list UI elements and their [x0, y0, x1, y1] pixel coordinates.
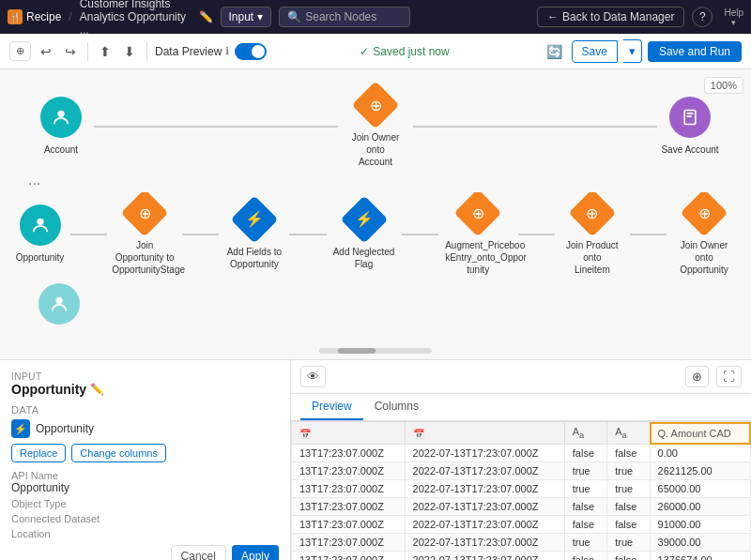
cell: 2022-07-13T17:23:07.000Z	[405, 462, 564, 480]
connected-dataset-label: Connected Dataset	[11, 513, 279, 524]
panel-subtitle: INPUT	[11, 371, 279, 382]
back-icon: ←	[547, 10, 559, 23]
tab-row: Preview Columns	[291, 394, 751, 421]
conn1	[70, 234, 107, 235]
zoom-in-button[interactable]: ⊕	[685, 366, 709, 387]
cell: 2022-07-13T17:23:07.000Z	[405, 498, 564, 516]
recipe-text: Recipe	[26, 10, 61, 23]
canvas-scrollbar[interactable]	[319, 348, 432, 354]
node-join-owner-opp[interactable]: ⊕ Join Owner ontoOpportunity	[667, 192, 742, 276]
node-augment-pricebook[interactable]: ⊕ Augment_PricebookEntry_onto_Opportunit…	[438, 192, 518, 276]
recipe-icon: 🍴	[8, 9, 23, 24]
tab-preview[interactable]: Preview	[300, 394, 363, 420]
cell: true	[564, 480, 606, 498]
node-add-fields[interactable]: ⚡ Add Fields toOpportunity	[219, 199, 289, 270]
import-button[interactable]: ⬆	[96, 42, 115, 61]
cell: 2022-07-13T17:23:07.000Z	[405, 445, 564, 462]
bottom-actions: Cancel Apply	[11, 539, 279, 560]
node-opportunity[interactable]: Opportunity	[9, 204, 70, 264]
mode-dropdown[interactable]: Input ▾	[221, 7, 272, 27]
object-type-label: Object Type	[11, 498, 279, 509]
cell-amount: 39000.00	[650, 534, 750, 552]
refresh-button[interactable]: 🔄	[543, 42, 566, 61]
col-header-text1: Aa	[564, 422, 606, 445]
cell: 13T17:23:07.000Z	[292, 516, 406, 534]
search-icon: 🔍	[287, 10, 301, 23]
partial-node-icon	[38, 283, 80, 325]
scrollbar-thumb	[338, 348, 376, 354]
toolbar: ⊕ ↩ ↪ ⬆ ⬇ Data Preview ℹ ✓ Saved just no…	[0, 34, 751, 69]
node-add-neglected-flag[interactable]: ⚡ Add Neglected Flag	[327, 199, 402, 270]
change-columns-button[interactable]: Change columns	[71, 444, 166, 462]
redo-button[interactable]: ↪	[61, 42, 80, 61]
col-header-text2: Aa	[607, 422, 650, 445]
join-owner-opp-label: Join Owner ontoOpportunity	[671, 239, 737, 276]
action-buttons: Replace Change columns	[11, 444, 279, 462]
node-join-product-lineitem[interactable]: ⊕ Join Product ontoLineitem	[555, 192, 630, 276]
conn6	[630, 234, 667, 235]
export-button[interactable]: ⬇	[120, 42, 139, 61]
eye-button[interactable]: 👁	[300, 366, 326, 387]
data-preview-toggle[interactable]	[235, 43, 267, 60]
conn2	[182, 234, 219, 235]
mode-chevron: ▾	[257, 10, 263, 23]
tab-columns[interactable]: Columns	[363, 394, 430, 420]
cell: false	[607, 516, 650, 534]
back-button[interactable]: ← Back to Data Manager	[537, 7, 684, 27]
replace-button[interactable]: Replace	[11, 444, 66, 462]
breadcrumb-sep: /	[69, 10, 71, 23]
cell: true	[607, 462, 650, 480]
conn3	[289, 234, 326, 235]
node-partial[interactable]	[28, 283, 89, 325]
check-icon: ✓	[360, 45, 369, 58]
node-save-account[interactable]: Save Account	[657, 97, 723, 156]
table-row: 13T17:23:07.000Z 2022-07-13T17:23:07.000…	[292, 552, 751, 560]
table-row: 13T17:23:07.000Z 2022-07-13T17:23:07.000…	[292, 445, 751, 462]
undo-button[interactable]: ↩	[37, 42, 55, 61]
add-button[interactable]: ⊕	[9, 41, 31, 61]
opportunity-icon	[20, 204, 61, 246]
apply-button[interactable]: Apply	[232, 545, 279, 560]
toolbar-separator	[87, 42, 88, 61]
data-item-icon: ⚡	[11, 419, 30, 438]
saved-text: Saved just now	[373, 45, 449, 58]
location-label: Location	[11, 528, 279, 539]
help-label: ?	[699, 10, 706, 23]
save-dropdown-button[interactable]: ▾	[623, 39, 642, 63]
node-join-owner-account[interactable]: ⊕ Join Owner ontoAccount	[338, 84, 413, 168]
cell: 2022-07-13T17:23:07.000Z	[405, 480, 564, 498]
right-panel-toolbar: 👁 ⊕ ⛶	[291, 360, 751, 394]
conn5	[518, 234, 555, 235]
opportunity-label: Opportunity	[16, 251, 65, 264]
back-label: Back to Data Manager	[562, 10, 674, 23]
cell: true	[607, 534, 650, 552]
api-name-label: API Name	[11, 470, 279, 481]
data-table: 📅 📅 Aa Aa Q. Amount CAD 13T17:23:07.000Z…	[291, 421, 751, 560]
panel-title: Opportunity ✏️	[11, 382, 279, 397]
node-join-opp-stage[interactable]: ⊕ Join Opportunity toOpportunityStage	[107, 192, 182, 276]
node-account[interactable]: Account	[28, 97, 94, 156]
join-owner-account-label: Join Owner ontoAccount	[343, 131, 408, 168]
saved-status: ✓ Saved just now	[272, 45, 536, 58]
table-row: 13T17:23:07.000Z 2022-07-13T17:23:07.000…	[292, 480, 751, 498]
help-button[interactable]: ?	[692, 7, 713, 27]
toolbar-separator-2	[146, 42, 147, 61]
save-button[interactable]: Save	[572, 40, 618, 63]
cell: true	[564, 534, 606, 552]
save-run-button[interactable]: Save and Run	[648, 41, 742, 62]
pencil-icon[interactable]: ✏️	[90, 383, 104, 396]
cell: 13T17:23:07.000Z	[292, 462, 406, 480]
search-nodes[interactable]: 🔍 Search Nodes	[279, 7, 410, 27]
cell-amount: 1376674.00	[650, 552, 750, 560]
help-chevron: ▾	[731, 18, 736, 27]
cell: false	[607, 445, 650, 462]
cell-amount: 0.00	[650, 445, 750, 462]
data-item-name: Opportunity	[36, 422, 94, 435]
cell: false	[607, 498, 650, 516]
svg-point-0	[57, 111, 64, 117]
edit-icon[interactable]: ✏️	[199, 10, 213, 23]
expand-button[interactable]: ⛶	[716, 366, 742, 387]
mode-label: Input	[229, 10, 254, 23]
cancel-button[interactable]: Cancel	[171, 545, 226, 560]
table-row: 13T17:23:07.000Z 2022-07-13T17:23:07.000…	[292, 462, 751, 480]
